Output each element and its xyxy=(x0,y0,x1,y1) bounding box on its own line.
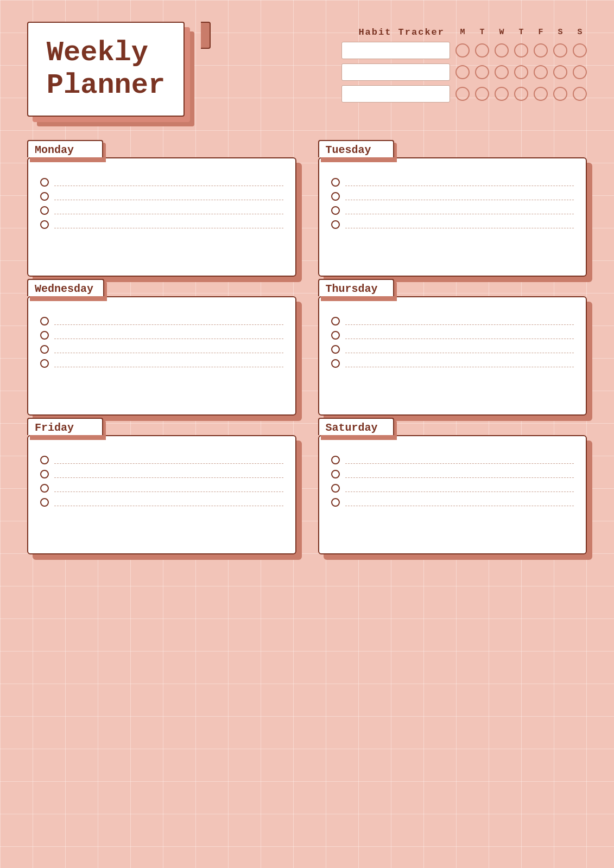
task-row xyxy=(331,311,574,326)
task-dashed-line xyxy=(54,477,283,478)
tab-main: Thursday xyxy=(318,279,394,296)
task-checkbox[interactable] xyxy=(331,317,340,326)
task-checkbox[interactable] xyxy=(40,220,49,229)
task-checkbox[interactable] xyxy=(331,470,340,478)
habit-circle[interactable] xyxy=(514,65,528,79)
habit-circle[interactable] xyxy=(553,65,567,79)
task-checkbox[interactable] xyxy=(40,456,49,464)
title-main: Weekly Planner xyxy=(27,22,185,117)
habit-input-1[interactable] xyxy=(341,42,450,59)
day-name-friday: Friday xyxy=(35,422,74,434)
task-line-wrapper xyxy=(54,329,283,339)
habit-circle[interactable] xyxy=(495,65,509,79)
task-checkbox[interactable] xyxy=(40,484,49,493)
habit-circle[interactable] xyxy=(475,65,489,79)
day-label-t1: T xyxy=(475,28,489,37)
task-line-wrapper xyxy=(345,204,574,214)
task-checkbox[interactable] xyxy=(331,456,340,464)
task-dashed-line xyxy=(345,339,574,339)
task-row xyxy=(40,311,283,326)
task-row xyxy=(40,173,283,187)
day-label-tab-thursday: Thursday xyxy=(318,279,394,296)
habit-input-2[interactable] xyxy=(341,63,450,81)
task-line-wrapper xyxy=(54,218,283,228)
task-checkbox[interactable] xyxy=(331,178,340,187)
habit-circle[interactable] xyxy=(495,87,509,101)
task-dashed-line xyxy=(54,463,283,464)
task-line-wrapper xyxy=(345,329,574,339)
task-checkbox[interactable] xyxy=(40,331,49,340)
task-checkbox[interactable] xyxy=(40,345,49,354)
task-checkbox[interactable] xyxy=(40,317,49,326)
habit-day-labels: M T W T F S S xyxy=(455,28,587,37)
task-checkbox[interactable] xyxy=(331,331,340,340)
day-label-w: W xyxy=(495,28,509,37)
habit-circle[interactable] xyxy=(455,87,470,101)
task-row xyxy=(331,464,574,478)
habit-input-3[interactable] xyxy=(341,85,450,103)
habit-circle[interactable] xyxy=(455,43,470,58)
habit-tracker: Habit Tracker M T W T F S S xyxy=(341,22,587,103)
habit-circle[interactable] xyxy=(495,43,509,58)
task-line-wrapper xyxy=(54,468,283,478)
day-label-s2: S xyxy=(573,28,587,37)
task-dashed-line xyxy=(54,186,283,186)
task-checkbox[interactable] xyxy=(40,470,49,478)
day-label-f: F xyxy=(534,28,548,37)
day-label-m: M xyxy=(455,28,470,37)
task-line-wrapper xyxy=(54,482,283,492)
task-checkbox[interactable] xyxy=(331,206,340,215)
habit-circle[interactable] xyxy=(534,43,548,58)
habit-circle[interactable] xyxy=(475,43,489,58)
habit-circle[interactable] xyxy=(534,87,548,101)
day-label-t2: T xyxy=(514,28,528,37)
habit-circle[interactable] xyxy=(573,87,587,101)
task-checkbox[interactable] xyxy=(331,192,340,201)
task-row xyxy=(331,173,574,187)
task-dashed-line xyxy=(54,228,283,228)
task-row xyxy=(331,478,574,493)
task-row xyxy=(331,493,574,507)
task-dashed-line xyxy=(345,477,574,478)
day-card-inner-monday: Monday xyxy=(27,157,296,277)
day-name-saturday: Saturday xyxy=(326,422,378,434)
habit-row-1 xyxy=(341,42,587,59)
habit-circle[interactable] xyxy=(553,43,567,58)
task-row xyxy=(40,450,283,464)
task-row xyxy=(331,340,574,354)
task-checkbox[interactable] xyxy=(331,498,340,507)
task-checkbox[interactable] xyxy=(40,206,49,215)
task-dashed-line xyxy=(54,506,283,506)
day-label-tab-monday: Monday xyxy=(27,140,103,157)
day-card-thursday: Thursday xyxy=(318,296,587,416)
task-checkbox[interactable] xyxy=(331,484,340,493)
habit-circle[interactable] xyxy=(455,65,470,79)
habit-circle[interactable] xyxy=(514,43,528,58)
habit-circles-3 xyxy=(455,87,587,101)
task-dashed-line xyxy=(345,228,574,228)
task-line-wrapper xyxy=(54,343,283,353)
task-line-wrapper xyxy=(54,357,283,367)
task-dashed-line xyxy=(54,492,283,492)
habit-circle[interactable] xyxy=(534,65,548,79)
task-line-wrapper xyxy=(54,315,283,325)
task-row xyxy=(40,464,283,478)
task-checkbox[interactable] xyxy=(331,220,340,229)
task-checkbox[interactable] xyxy=(40,498,49,507)
day-name-wednesday: Wednesday xyxy=(35,283,93,295)
task-dashed-line xyxy=(345,506,574,506)
task-checkbox[interactable] xyxy=(40,178,49,187)
task-checkbox[interactable] xyxy=(40,359,49,368)
habit-circle[interactable] xyxy=(573,65,587,79)
habit-circle[interactable] xyxy=(475,87,489,101)
day-card-saturday: Saturday xyxy=(318,435,587,554)
task-checkbox[interactable] xyxy=(331,345,340,354)
task-dashed-line xyxy=(345,353,574,353)
task-checkbox[interactable] xyxy=(331,359,340,368)
habit-circle[interactable] xyxy=(514,87,528,101)
habit-circle[interactable] xyxy=(573,43,587,58)
tab-main: Tuesday xyxy=(318,140,394,157)
task-list-wednesday xyxy=(40,311,283,368)
habit-circle[interactable] xyxy=(553,87,567,101)
task-checkbox[interactable] xyxy=(40,192,49,201)
